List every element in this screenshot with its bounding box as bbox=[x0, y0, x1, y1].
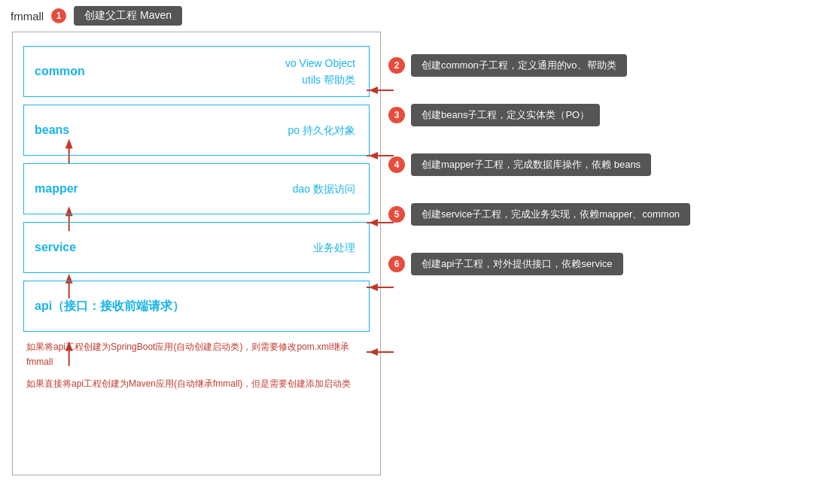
step-label-1: 创建父工程 Maven bbox=[74, 6, 182, 26]
annotation-text-2: 创建common子工程，定义通用的vo、帮助类 bbox=[411, 54, 627, 77]
annotation-row-6: 6 创建api子工程，对外提供接口，依赖service bbox=[388, 253, 828, 275]
module-common-desc: vo View Object utils 帮助类 bbox=[285, 55, 355, 89]
module-mapper-name: mapper bbox=[35, 182, 95, 196]
annotation-badge-2: 2 bbox=[388, 57, 405, 74]
annotation-badge-3: 3 bbox=[388, 107, 405, 123]
annotations-col: 2 创建common子工程，定义通用的vo、帮助类 3 创建beans子工程，定… bbox=[388, 32, 828, 275]
note-1: 如果将api工程创建为SpringBoot应用(自动创建启动类)，则需要修改po… bbox=[23, 339, 370, 370]
annotation-text-3: 创建beans子工程，定义实体类（PO） bbox=[411, 104, 600, 126]
module-api: api（接口：接收前端请求） bbox=[23, 281, 370, 332]
diagram-box: common vo View Object utils 帮助类 beans po… bbox=[12, 32, 381, 475]
app-title: fmmall bbox=[11, 10, 44, 23]
annotation-row-4: 4 创建mapper子工程，完成数据库操作，依赖 beans bbox=[388, 153, 828, 176]
page: fmmall 1 创建父工程 Maven bbox=[0, 0, 840, 504]
annotation-badge-6: 6 bbox=[388, 256, 405, 272]
module-api-name: api（接口：接收前端请求） bbox=[35, 299, 184, 314]
module-mapper: mapper dao 数据访问 bbox=[23, 163, 370, 214]
step-badge-1: 1 bbox=[51, 8, 66, 23]
annotation-row-5: 5 创建service子工程，完成业务实现，依赖mapper、common bbox=[388, 203, 828, 226]
annotation-text-5: 创建service子工程，完成业务实现，依赖mapper、common bbox=[411, 203, 690, 226]
module-beans: beans po 持久化对象 bbox=[23, 105, 370, 156]
annotation-text-4: 创建mapper子工程，完成数据库操作，依赖 beans bbox=[411, 153, 651, 176]
module-service-desc: 业务处理 bbox=[313, 239, 355, 256]
notes-area: 如果将api工程创建为SpringBoot应用(自动创建启动类)，则需要修改po… bbox=[23, 339, 370, 391]
module-beans-name: beans bbox=[35, 123, 95, 137]
annotation-badge-4: 4 bbox=[388, 156, 405, 173]
content-area: common vo View Object utils 帮助类 beans po… bbox=[0, 32, 840, 504]
header: fmmall 1 创建父工程 Maven bbox=[0, 0, 840, 32]
annotation-text-6: 创建api子工程，对外提供接口，依赖service bbox=[411, 253, 623, 275]
module-service: service 业务处理 bbox=[23, 222, 370, 273]
module-common-name: common bbox=[35, 65, 95, 78]
note-2: 如果直接将api工程创建为Maven应用(自动继承fmmall)，但是需要创建添… bbox=[23, 376, 370, 391]
annotation-badge-5: 5 bbox=[388, 206, 405, 223]
module-beans-desc: po 持久化对象 bbox=[288, 122, 355, 138]
module-common: common vo View Object utils 帮助类 bbox=[23, 46, 370, 97]
annotation-row-3: 3 创建beans子工程，定义实体类（PO） bbox=[388, 104, 828, 126]
module-mapper-desc: dao 数据访问 bbox=[293, 181, 355, 197]
module-service-name: service bbox=[35, 241, 95, 254]
annotation-row-2: 2 创建common子工程，定义通用的vo、帮助类 bbox=[388, 54, 828, 77]
